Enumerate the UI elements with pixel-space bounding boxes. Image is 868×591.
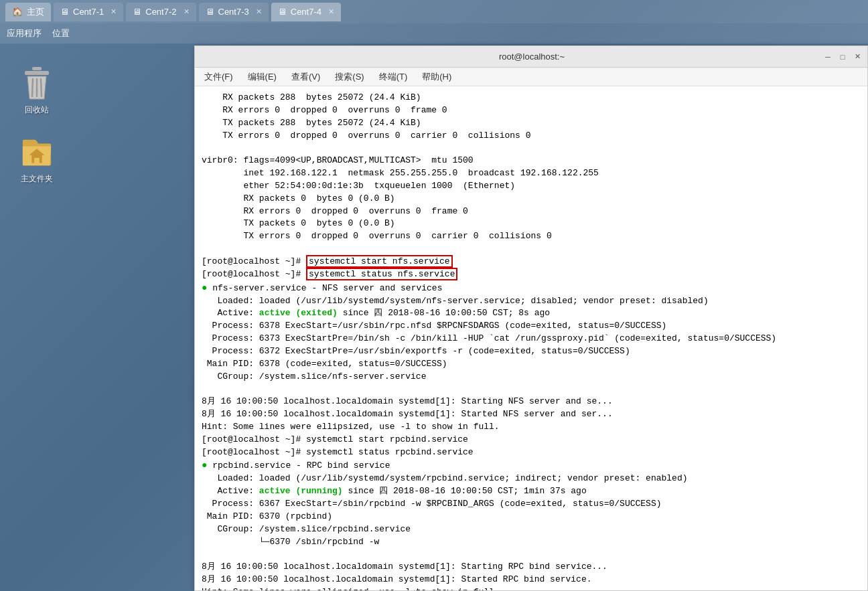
cmd3-line: [root@localhost ~]# systemctl start rpcb…	[202, 434, 861, 446]
rpc-green-dot: ●	[202, 460, 207, 471]
nfs-process3: Process: 6372 ExecStartPre=/usr/sbin/exp…	[202, 345, 861, 358]
terminal-menubar: 文件(F) 编辑(E) 查看(V) 搜索(S) 终端(T) 帮助(H)	[195, 68, 867, 86]
line-txerr0: TX errors 0 dropped 0 overruns 0 carrier…	[202, 230, 861, 243]
menu-terminal[interactable]: 终端(T)	[372, 70, 415, 84]
recycle-bin-image	[20, 67, 54, 100]
menu-help[interactable]: 帮助(H)	[415, 70, 458, 84]
menu-search[interactable]: 搜索(S)	[328, 70, 370, 84]
rpc-mainpid: Main PID: 6370 (rpcbind)	[202, 511, 861, 523]
rpc-loaded: Loaded: loaded (/usr/lib/systemd/system/…	[202, 473, 861, 485]
rpc-active: Active: active (running) since 四 2018-08…	[202, 485, 861, 498]
nfs-loaded: Loaded: loaded (/usr/lib/systemd/system/…	[202, 295, 861, 308]
tab-cent7-1[interactable]: 🖥 Cent7-1 ✕	[54, 3, 123, 21]
menu-file[interactable]: 文件(F)	[198, 70, 240, 84]
rpc-cgroup: CGroup: /system.slice/rpcbind.service	[202, 523, 861, 536]
home-folder-image	[20, 136, 54, 169]
tab-cent7-2[interactable]: 🖥 Cent7-2 ✕	[126, 3, 196, 21]
nfs-green-dot: ●	[202, 282, 207, 293]
nfs-active-status: active (exited)	[259, 308, 338, 318]
tab-home-label: 主页	[27, 6, 44, 18]
tab-cent7-3[interactable]: 🖥 Cent7-3 ✕	[199, 3, 269, 21]
line-txpkt0: TX packets 0 bytes 0 (0.0 B)	[202, 218, 861, 230]
rpc-cgroup-tree: └─6370 /sbin/rpcbind -w	[202, 536, 861, 549]
cmd1-highlighted: systemctl start nfs.service	[306, 255, 453, 268]
terminal-title: root@localhost:~	[240, 52, 823, 62]
nfs-header: ● nfs-server.service - NFS server and se…	[202, 281, 861, 295]
tab-home[interactable]: 🏠 主页	[5, 3, 51, 21]
nfs-cgroup: CGroup: /system.slice/nfs-server.service	[202, 371, 861, 384]
close-tab-4[interactable]: ✕	[328, 7, 334, 16]
svg-rect-1	[25, 71, 49, 75]
svg-line-2	[32, 79, 33, 96]
nfs-mainpid: Main PID: 6378 (code=exited, status=0/SU…	[202, 358, 861, 371]
terminal-icon-1: 🖥	[60, 7, 69, 17]
nfs-active: Active: active (exited) since 四 2018-08-…	[202, 307, 861, 320]
close-button[interactable]: ✕	[853, 52, 862, 62]
rpc-process: Process: 6367 ExecStart=/sbin/rpcbind -w…	[202, 498, 861, 511]
home-folder-icon[interactable]: 主文件夹	[13, 136, 60, 185]
menu-location[interactable]: 位置	[52, 27, 70, 39]
svg-line-4	[41, 79, 42, 96]
line-rxerr0: RX errors 0 dropped 0 overruns 0 frame 0	[202, 205, 861, 218]
line-virbr0: virbr0: flags=4099<UP,BROADCAST,MULTICAS…	[202, 155, 861, 167]
nfs-log2: 8月 16 10:00:50 localhost.localdomain sys…	[202, 408, 861, 421]
home-icon: 🏠	[12, 7, 23, 17]
window-controls: ─ □ ✕	[823, 52, 862, 62]
nfs-log1: 8月 16 10:00:50 localhost.localdomain sys…	[202, 396, 861, 408]
tab-cent7-3-label: Cent7-3	[218, 7, 249, 17]
terminal-window: root@localhost:~ ─ □ ✕ 文件(F) 编辑(E) 查看(V)…	[194, 46, 868, 591]
taskbar-top: 🏠 主页 🖥 Cent7-1 ✕ 🖥 Cent7-2 ✕ 🖥 Cent7-3 ✕…	[0, 0, 868, 23]
taskbar-second: 应用程序 位置	[0, 23, 868, 44]
rpc-log2: 8月 16 10:00:50 localhost.localdomain sys…	[202, 574, 861, 586]
cmd1-line: [root@localhost ~]# systemctl start nfs.…	[202, 256, 861, 268]
terminal-icon-2: 🖥	[133, 7, 141, 17]
line-tx1: TX packets 288 bytes 25072 (24.4 KiB)	[202, 117, 861, 130]
terminal-titlebar: root@localhost:~ ─ □ ✕	[195, 46, 867, 68]
menu-apps[interactable]: 应用程序	[7, 27, 42, 39]
rpc-active-status: active (running)	[259, 486, 343, 496]
rpc-hint: Hint: Some lines were ellipsized, use -l…	[202, 586, 861, 590]
recycle-bin-icon[interactable]: 回收站	[13, 67, 60, 116]
desktop-icons: 回收站 主文件夹	[13, 67, 60, 185]
terminal-icon-4: 🖥	[278, 7, 287, 17]
line-blank1	[202, 142, 861, 155]
close-tab-1[interactable]: ✕	[111, 7, 117, 16]
nfs-hint: Hint: Some lines were ellipsized, use -l…	[202, 421, 861, 434]
tab-cent7-1-label: Cent7-1	[73, 7, 104, 17]
menu-view[interactable]: 查看(V)	[285, 70, 327, 84]
line-rx1: RX packets 288 bytes 25072 (24.4 KiB)	[202, 92, 861, 104]
cmd4-line: [root@localhost ~]# systemctl status rpc…	[202, 446, 861, 459]
tab-cent7-4-label: Cent7-4	[291, 7, 321, 17]
tab-cent7-4[interactable]: 🖥 Cent7-4 ✕	[271, 3, 341, 21]
menu-edit[interactable]: 编辑(E)	[241, 70, 283, 84]
rpc-header: ● rpcbind.service - RPC bind service	[202, 458, 861, 473]
line-blank4	[202, 548, 861, 561]
svg-rect-0	[32, 67, 42, 70]
home-folder-label: 主文件夹	[21, 173, 53, 185]
line-txerr1: TX errors 0 dropped 0 overruns 0 carrier…	[202, 130, 861, 143]
close-tab-2[interactable]: ✕	[184, 7, 190, 16]
maximize-button[interactable]: □	[838, 52, 847, 62]
line-inet: inet 192.168.122.1 netmask 255.255.255.0…	[202, 167, 861, 180]
nfs-process1: Process: 6378 ExecStart=/usr/sbin/rpc.nf…	[202, 320, 861, 333]
close-tab-3[interactable]: ✕	[256, 7, 262, 16]
line-rxerr1: RX errors 0 dropped 0 overruns 0 frame 0	[202, 104, 861, 117]
line-blank2	[202, 243, 861, 256]
line-ether: ether 52:54:00:0d:1e:3b txqueuelen 1000 …	[202, 180, 861, 193]
cmd2-line: [root@localhost ~]# systemctl status nfs…	[202, 268, 861, 281]
tab-cent7-2-label: Cent7-2	[145, 7, 176, 17]
terminal-body[interactable]: RX packets 288 bytes 25072 (24.4 KiB) RX…	[195, 86, 867, 590]
nfs-process2: Process: 6373 ExecStartPre=/bin/sh -c /b…	[202, 333, 861, 345]
line-blank3	[202, 383, 861, 396]
terminal-icon-3: 🖥	[206, 7, 214, 17]
cmd2-highlighted: systemctl status nfs.service	[306, 268, 457, 280]
line-rxpkt0: RX packets 0 bytes 0 (0.0 B)	[202, 193, 861, 205]
recycle-bin-label: 回收站	[25, 104, 49, 116]
minimize-button[interactable]: ─	[823, 52, 833, 62]
rpc-log1: 8月 16 10:00:50 localhost.localdomain sys…	[202, 561, 861, 574]
